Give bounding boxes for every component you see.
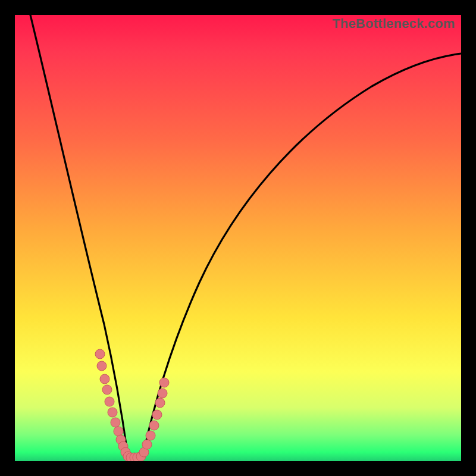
plot-area: TheBottleneck.com (15, 15, 461, 461)
svg-point-18 (146, 431, 155, 440)
dot-cluster (95, 349, 169, 461)
svg-point-21 (155, 398, 165, 408)
bottleneck-curve-right (143, 54, 461, 456)
svg-point-5 (108, 408, 117, 417)
svg-point-22 (158, 389, 167, 398)
curve-layer (15, 15, 461, 461)
svg-point-17 (142, 440, 152, 449)
svg-point-7 (114, 427, 123, 436)
svg-point-23 (159, 378, 169, 387)
watermark-text: TheBottleneck.com (333, 16, 455, 32)
svg-point-0 (95, 349, 105, 359)
svg-point-20 (152, 410, 162, 419)
chart-frame: TheBottleneck.com (0, 0, 476, 476)
svg-point-1 (97, 361, 107, 371)
svg-point-19 (149, 421, 159, 430)
svg-point-3 (102, 385, 112, 394)
bottleneck-curve-left (30, 15, 128, 456)
svg-point-2 (100, 374, 109, 384)
svg-point-6 (111, 418, 120, 427)
svg-point-4 (105, 397, 114, 406)
